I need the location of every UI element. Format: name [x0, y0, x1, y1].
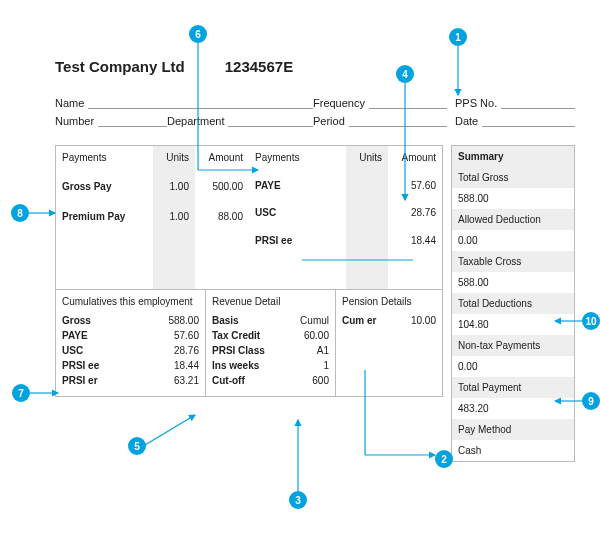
- summary-value: 0.00: [452, 230, 574, 251]
- col-units: Units: [346, 146, 388, 174]
- k: Cut-off: [212, 375, 245, 386]
- row-label: Gross Pay: [56, 175, 153, 204]
- v: 28.76: [174, 345, 199, 356]
- summary-value: 588.00: [452, 188, 574, 209]
- v: 63.21: [174, 375, 199, 386]
- k: Cum er: [342, 315, 376, 326]
- row-units: [346, 229, 388, 257]
- summary-label: Total Payment: [452, 377, 574, 398]
- cumulatives-panel: Cumulatives this employment Gross588.00 …: [56, 290, 206, 396]
- row-amount: 18.44: [388, 229, 442, 257]
- row-label: PRSI ee: [249, 229, 346, 257]
- callout-4: 4: [396, 65, 414, 83]
- col-payments: Payments: [249, 146, 346, 174]
- line: [482, 115, 575, 127]
- revenue-panel: Revenue Detail BasisCumul Tax Credit60.0…: [206, 290, 336, 396]
- summary-label: Taxable Cross: [452, 251, 574, 272]
- field-row-1: Name Frequency PPS No.: [55, 97, 575, 109]
- label-date: Date: [455, 115, 478, 127]
- line: [228, 115, 313, 127]
- callout-6: 6: [189, 25, 207, 43]
- label-pps: PPS No.: [455, 97, 497, 109]
- summary-title: Summary: [452, 146, 574, 167]
- line: [349, 115, 447, 127]
- callout-3: 3: [289, 491, 307, 509]
- callout-9: 9: [582, 392, 600, 410]
- registration-number: 1234567E: [225, 58, 293, 75]
- v: 1: [323, 360, 329, 371]
- line: [98, 115, 167, 127]
- summary-value: 0.00: [452, 356, 574, 377]
- v: 18.44: [174, 360, 199, 371]
- main-area: Payments Units Amount Gross Pay 1.00 500…: [55, 145, 575, 462]
- line: [369, 97, 447, 109]
- label-period: Period: [313, 115, 345, 127]
- summary-value: Cash: [452, 440, 574, 461]
- row-amount: 28.76: [388, 201, 442, 229]
- payments-right: Payments Units Amount PAYE 57.60 USC 28.…: [249, 146, 442, 289]
- payslip: Test Company Ltd 1234567E Name Frequency…: [55, 58, 575, 462]
- summary-label: Allowed Deduction: [452, 209, 574, 230]
- summary-label: Total Deductions: [452, 293, 574, 314]
- k: PAYE: [62, 330, 88, 341]
- k: Ins weeks: [212, 360, 259, 371]
- v: A1: [317, 345, 329, 356]
- summary-value: 483.20: [452, 398, 574, 419]
- summary-label: Non-tax Payments: [452, 335, 574, 356]
- label-frequency: Frequency: [313, 97, 365, 109]
- col-amount: Amount: [195, 146, 249, 175]
- k: Gross: [62, 315, 91, 326]
- v: 588.00: [168, 315, 199, 326]
- k: PRSI ee: [62, 360, 99, 371]
- row-amount: 57.60: [388, 174, 442, 202]
- cumulatives-title: Cumulatives this employment: [62, 296, 199, 307]
- row-units: 1.00: [153, 205, 195, 234]
- row-amount: 88.00: [195, 205, 249, 234]
- pension-panel: Pension Details Cum er10.00: [336, 290, 442, 396]
- company-name: Test Company Ltd: [55, 58, 185, 75]
- revenue-title: Revenue Detail: [212, 296, 329, 307]
- col-amount: Amount: [388, 146, 442, 174]
- summary-label: Total Gross: [452, 167, 574, 188]
- payments-area: Payments Units Amount Gross Pay 1.00 500…: [56, 146, 442, 289]
- summary-label: Pay Method: [452, 419, 574, 440]
- v: 10.00: [411, 315, 436, 326]
- label-department: Department: [167, 115, 224, 127]
- k: PRSI Class: [212, 345, 265, 356]
- label-number: Number: [55, 115, 94, 127]
- callout-8: 8: [11, 204, 29, 222]
- pension-title: Pension Details: [342, 296, 436, 307]
- col-payments: Payments: [56, 146, 153, 175]
- summary-panel: Summary Total Gross 588.00 Allowed Deduc…: [451, 145, 575, 462]
- k: USC: [62, 345, 83, 356]
- lower-panels: Cumulatives this employment Gross588.00 …: [56, 289, 442, 396]
- callout-10: 10: [582, 312, 600, 330]
- row-units: [346, 174, 388, 202]
- callout-2: 2: [435, 450, 453, 468]
- v: 60.00: [304, 330, 329, 341]
- callout-7: 7: [12, 384, 30, 402]
- label-name: Name: [55, 97, 84, 109]
- callout-1: 1: [449, 28, 467, 46]
- row-amount: 500.00: [195, 175, 249, 204]
- line: [88, 97, 313, 109]
- k: PRSI er: [62, 375, 98, 386]
- k: Basis: [212, 315, 239, 326]
- v: 600: [312, 375, 329, 386]
- row-label: Premium Pay: [56, 205, 153, 234]
- row-label: USC: [249, 201, 346, 229]
- left-block: Payments Units Amount Gross Pay 1.00 500…: [55, 145, 443, 397]
- field-row-2: Number Department Period Date: [55, 115, 575, 127]
- payments-left: Payments Units Amount Gross Pay 1.00 500…: [56, 146, 249, 289]
- row-units: 1.00: [153, 175, 195, 204]
- v: Cumul: [300, 315, 329, 326]
- summary-value: 104.80: [452, 314, 574, 335]
- summary-value: 588.00: [452, 272, 574, 293]
- header: Test Company Ltd 1234567E: [55, 58, 575, 75]
- line: [501, 97, 575, 109]
- row-units: [346, 201, 388, 229]
- row-label: PAYE: [249, 174, 346, 202]
- k: Tax Credit: [212, 330, 260, 341]
- callout-5: 5: [128, 437, 146, 455]
- v: 57.60: [174, 330, 199, 341]
